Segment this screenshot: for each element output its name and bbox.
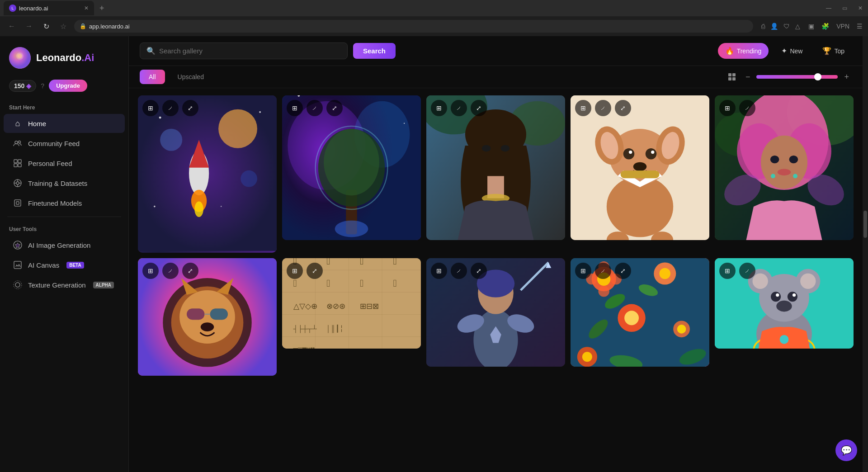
item-expand-btn-rocket[interactable]: ⤢ [182, 100, 198, 116]
item-expand-btn-dog[interactable]: ⤢ [615, 100, 631, 116]
top-button[interactable]: 🏆 Top [815, 43, 852, 59]
minimize-button[interactable]: — [824, 5, 833, 11]
sidebar-item-training[interactable]: Training & Datasets [4, 174, 125, 193]
tab-close-button[interactable]: ✕ [84, 5, 89, 11]
svg-rect-21 [728, 73, 731, 76]
gallery-container[interactable]: ⊞ ⟋ ⤢ [129, 88, 863, 472]
item-edit-btn-lion[interactable]: ⟋ [162, 263, 179, 279]
svg-point-4 [19, 141, 21, 143]
trending-icon: 🔥 [725, 47, 734, 55]
item-edit-btn-woman[interactable]: ⟋ [451, 100, 467, 116]
trending-button[interactable]: 🔥 Trending [718, 43, 769, 59]
item-grid-btn-lion[interactable]: ⊞ [142, 263, 159, 279]
gallery-item-dog[interactable]: ⊞ ⟋ ⤢ [571, 95, 709, 240]
sidebar-item-texture[interactable]: Texture Generation ALPHA [4, 275, 125, 294]
scrollbar-track[interactable] [863, 36, 868, 472]
item-edit-btn-flowers[interactable]: ⟋ [595, 263, 611, 279]
bookmark-button[interactable]: ☆ [57, 22, 70, 31]
sidebar-item-community-feed[interactable]: Community Feed [4, 134, 125, 153]
svg-point-44 [335, 221, 368, 237]
trending-label: Trending [737, 47, 762, 55]
item-grid-btn-woman[interactable]: ⊞ [431, 100, 447, 116]
item-edit-btn-rocket[interactable]: ⟋ [162, 100, 179, 116]
item-grid-btn-koala[interactable]: ⊞ [719, 263, 736, 279]
share-icon[interactable]: ⎙ [761, 23, 765, 30]
gallery-item-woman[interactable]: ⊞ ⟋ ⤢ [426, 95, 565, 240]
zoom-in-button[interactable]: + [841, 71, 852, 84]
item-grid-btn-tree[interactable]: ⊞ [287, 100, 303, 116]
sidebar-item-finetuned[interactable]: Finetuned Models [4, 194, 125, 212]
svg-point-67 [651, 151, 654, 154]
gallery-item-pink-girl[interactable]: ⊞ ⟋ [715, 95, 854, 240]
tab-row: All Upscaled − [129, 66, 863, 88]
item-edit-btn-pink-girl[interactable]: ⟋ [739, 100, 755, 116]
new-tab-button[interactable]: + [96, 4, 108, 13]
sidebar-toggle[interactable]: ▣ [808, 23, 814, 30]
gallery-item-lion[interactable]: ⊞ ⟋ ⤢ [138, 258, 277, 376]
item-expand-btn-lion[interactable]: ⤢ [182, 263, 198, 279]
gallery-item-koala[interactable]: ⊞ ⟋ [715, 258, 854, 349]
tab-upscaled[interactable]: Upscaled [169, 70, 213, 84]
gallery-item-flowers[interactable]: ⊞ ⟋ ⤢ [571, 258, 709, 367]
sidebar-item-personal-feed[interactable]: Personal Feed [4, 154, 125, 173]
menu-icon[interactable]: ☰ [857, 23, 863, 30]
vpn-label[interactable]: VPN [836, 23, 849, 30]
tab-all[interactable]: All [140, 70, 165, 84]
chat-bubble-button[interactable]: 💬 [835, 439, 857, 461]
extensions-icon[interactable]: 🧩 [821, 23, 829, 30]
new-button[interactable]: ✦ New [774, 43, 810, 59]
gallery-item-rocket[interactable]: ⊞ ⟋ ⤢ [138, 95, 277, 253]
logo[interactable]: Leonardo.Ai [0, 43, 128, 78]
search-icon: 🔍 [146, 47, 156, 55]
item-expand-btn-flowers[interactable]: ⤢ [615, 263, 631, 279]
active-tab[interactable]: L leonardo.ai ✕ [4, 1, 94, 15]
reload-button[interactable]: ↻ [40, 22, 52, 31]
restore-button[interactable]: ▭ [840, 5, 849, 11]
profile-icon[interactable]: 👤 [770, 23, 778, 30]
item-grid-btn-hieroglyph[interactable]: ⊞ [287, 263, 303, 279]
app-wrapper: Leonardo.Ai 150 ◈ ? Upgrade Start Here ⌂… [0, 36, 868, 472]
scrollbar-thumb[interactable] [863, 211, 867, 238]
sidebar-item-ai-image[interactable]: AI Image Generation [4, 236, 125, 255]
triangle-icon[interactable]: △ [795, 23, 800, 30]
svg-point-64 [623, 148, 635, 160]
item-grid-btn-rocket[interactable]: ⊞ [142, 100, 159, 116]
item-edit-btn-dog[interactable]: ⟋ [595, 100, 611, 116]
upgrade-button[interactable]: Upgrade [49, 80, 87, 92]
item-edit-btn-tree[interactable]: ⟋ [307, 100, 323, 116]
gallery-item-hieroglyph[interactable]: 𓂀 𓁹 𓆣 𓃒 𓅃 𓇳 𓂋 𓏤 △▽◇⊕ ⊗⊘⊛ ⊞⊟⊠ ┤├┼┬┴ [282, 258, 421, 349]
item-edit-btn-koala[interactable]: ⟋ [739, 263, 755, 279]
sidebar-item-home[interactable]: ⌂ Home [4, 114, 125, 133]
gallery-item-warrior[interactable]: ⊞ ⟋ ⤢ [426, 258, 565, 367]
grid-view-button[interactable] [725, 71, 739, 83]
item-expand-btn-woman[interactable]: ⤢ [471, 100, 487, 116]
search-button[interactable]: Search [353, 43, 396, 59]
zoom-slider[interactable] [756, 75, 838, 79]
item-grid-btn-flowers[interactable]: ⊞ [575, 263, 591, 279]
item-grid-btn-dog[interactable]: ⊞ [575, 100, 591, 116]
gallery-item-tree[interactable]: ⊞ ⟋ ⤢ [282, 95, 421, 240]
forward-button[interactable]: → [23, 22, 35, 30]
zoom-out-button[interactable]: − [743, 71, 753, 84]
item-overlay-koala: ⊞ ⟋ [715, 258, 854, 283]
item-expand-btn-hieroglyph[interactable]: ⤢ [307, 263, 323, 279]
url-input[interactable]: 🔒 app.leonardo.ai [74, 20, 753, 33]
finetuned-label: Finetuned Models [28, 199, 82, 207]
sidebar-item-ai-canvas[interactable]: AI Canvas BETA [4, 255, 125, 274]
svg-point-47 [404, 123, 405, 124]
shield-icon[interactable]: 🛡 [783, 23, 790, 30]
svg-point-138 [624, 311, 639, 325]
item-grid-btn-pink-girl[interactable]: ⊞ [719, 100, 736, 116]
close-window-button[interactable]: ✕ [856, 5, 864, 11]
item-overlay-warrior: ⊞ ⟋ ⤢ [426, 258, 565, 283]
credits-help-icon[interactable]: ? [41, 82, 44, 90]
item-expand-btn-warrior[interactable]: ⤢ [471, 263, 487, 279]
item-expand-btn-tree[interactable]: ⤢ [326, 100, 343, 116]
item-grid-btn-warrior[interactable]: ⊞ [431, 263, 447, 279]
item-edit-btn-warrior[interactable]: ⟋ [451, 263, 467, 279]
back-button[interactable]: ← [5, 22, 18, 30]
ai-canvas-badge: BETA [66, 262, 84, 269]
search-input[interactable] [159, 47, 341, 55]
ai-canvas-icon [13, 260, 23, 270]
main-content: 🔍 Search 🔥 Trending ✦ New 🏆 Top All Upsc… [129, 36, 863, 472]
